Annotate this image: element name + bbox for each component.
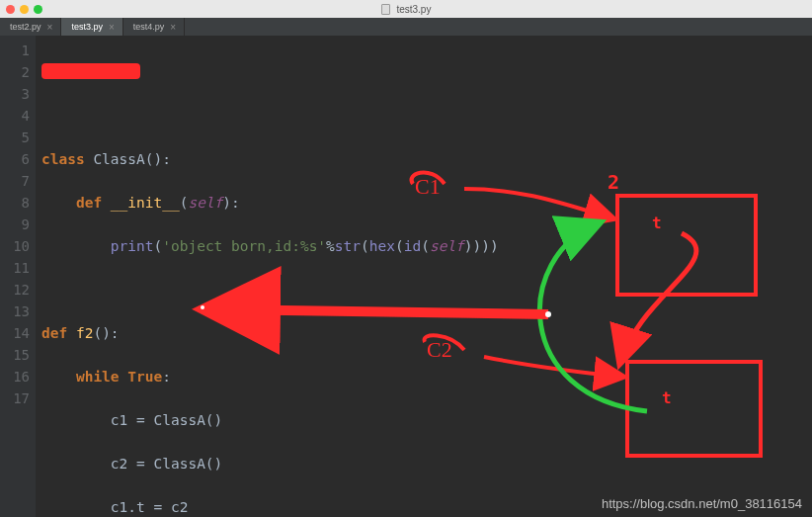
- close-icon[interactable]: ×: [47, 22, 53, 33]
- line-number: 15: [0, 344, 30, 366]
- code-line: c1 = ClassA(): [41, 409, 499, 431]
- code-text: ):: [222, 195, 239, 211]
- code-text: c1 = ClassA(): [111, 412, 223, 428]
- code-line: [41, 105, 499, 127]
- mouse-cursor-icon: ☟: [233, 308, 241, 324]
- tab-label: test3.py: [71, 22, 103, 32]
- line-number: 7: [0, 170, 30, 192]
- close-icon[interactable]: ×: [109, 22, 115, 33]
- tab-test4[interactable]: test4.py ×: [123, 18, 185, 36]
- maximize-icon[interactable]: [34, 5, 42, 14]
- class-name: ClassA: [93, 151, 144, 167]
- code-line: class ClassA():: [41, 148, 499, 170]
- line-number: 4: [0, 105, 30, 127]
- keyword-while: while: [76, 369, 120, 385]
- code-line: c1.t = c2: [41, 496, 499, 517]
- window-title: test3.py: [0, 4, 812, 15]
- line-number: 9: [0, 214, 30, 235]
- keyword-def: def: [41, 325, 67, 341]
- window-titlebar: test3.py: [0, 0, 812, 18]
- tab-bar: test2.py × test3.py × test4.py ×: [0, 18, 812, 36]
- string-literal: 'object born,id:%s': [162, 238, 326, 254]
- line-number: 1: [0, 40, 30, 61]
- keyword-def: def: [76, 195, 102, 211]
- line-number: 16: [0, 366, 30, 388]
- builtin-hex: hex: [369, 238, 395, 254]
- code-text: :: [162, 369, 171, 385]
- self-param: self: [430, 238, 464, 254]
- line-number: 10: [0, 235, 30, 257]
- code-line: print('object born,id:%s'%str(hex(id(sel…: [41, 235, 499, 257]
- document-icon: [381, 4, 390, 15]
- minimize-icon[interactable]: [20, 5, 29, 14]
- builtin-str: str: [335, 238, 361, 254]
- def-name: __init__: [111, 195, 180, 211]
- line-number: 3: [0, 83, 30, 105]
- builtin-id: id: [404, 238, 421, 254]
- line-number: 12: [0, 279, 30, 301]
- code-line: [41, 279, 499, 301]
- line-number-gutter: 1 2 3 4 5 6 7 8 9 10 11 12 13 14 15 16 1…: [0, 36, 36, 517]
- def-name: f2: [76, 325, 93, 341]
- code-text: c1.t = c2: [111, 499, 189, 515]
- tab-label: test2.py: [10, 22, 41, 32]
- line-number: 2: [0, 61, 30, 83]
- code-line: def __init__(self):: [41, 192, 499, 214]
- code-content[interactable]: class ClassA(): def __init__(self): prin…: [36, 36, 499, 517]
- code-line: def f2():: [41, 322, 499, 344]
- line-number: 13: [0, 301, 30, 322]
- close-icon[interactable]: [6, 5, 15, 14]
- redacted-line-1: [41, 63, 140, 79]
- line-number: 17: [0, 388, 30, 409]
- line-number: 14: [0, 322, 30, 344]
- line-number: 11: [0, 257, 30, 279]
- code-text: c2 = ClassA(): [111, 456, 223, 472]
- code-editor[interactable]: 1 2 3 4 5 6 7 8 9 10 11 12 13 14 15 16 1…: [0, 36, 812, 517]
- keyword-class: class: [41, 151, 85, 167]
- code-line: [41, 61, 499, 83]
- keyword-true: True: [127, 369, 162, 385]
- tab-test3[interactable]: test3.py ×: [61, 18, 122, 36]
- code-text: ():: [93, 325, 119, 341]
- line-number: 8: [0, 192, 30, 214]
- window-controls: [6, 5, 42, 14]
- tab-label: test4.py: [133, 22, 165, 32]
- self-param: self: [188, 195, 222, 211]
- tab-test2[interactable]: test2.py ×: [0, 18, 61, 36]
- code-line: c2 = ClassA(): [41, 453, 499, 474]
- code-line: while True:: [41, 366, 499, 388]
- window-title-text: test3.py: [396, 4, 431, 15]
- line-number: 5: [0, 127, 30, 148]
- line-number: 6: [0, 148, 30, 170]
- builtin-print: print: [111, 238, 154, 254]
- close-icon[interactable]: ×: [170, 22, 176, 33]
- operator: %: [326, 238, 335, 254]
- code-text: ():: [145, 151, 171, 167]
